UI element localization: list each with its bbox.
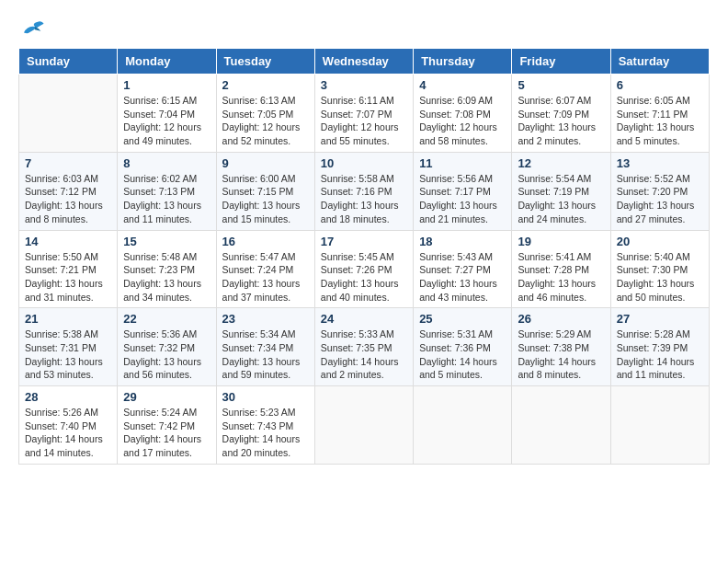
calendar-cell: 22Sunrise: 5:36 AMSunset: 7:32 PMDayligh… — [118, 308, 216, 386]
calendar-cell: 7Sunrise: 6:03 AMSunset: 7:12 PMDaylight… — [19, 152, 118, 230]
calendar-header-thursday: Thursday — [414, 49, 512, 75]
calendar-cell: 2Sunrise: 6:13 AMSunset: 7:05 PMDaylight… — [216, 75, 314, 153]
logo — [18, 18, 46, 39]
day-number: 15 — [123, 235, 210, 248]
day-info: Sunrise: 5:28 AMSunset: 7:39 PMDaylight:… — [617, 327, 703, 382]
day-info: Sunrise: 5:50 AMSunset: 7:21 PMDaylight:… — [25, 250, 111, 304]
calendar-cell: 13Sunrise: 5:52 AMSunset: 7:20 PMDayligh… — [610, 152, 709, 230]
day-info: Sunrise: 6:09 AMSunset: 7:08 PMDaylight:… — [419, 94, 506, 148]
day-info: Sunrise: 5:43 AMSunset: 7:27 PMDaylight:… — [419, 250, 506, 304]
calendar-header-friday: Friday — [512, 49, 610, 75]
calendar-cell — [314, 386, 413, 465]
day-number: 11 — [419, 156, 506, 170]
calendar-table: SundayMondayTuesdayWednesdayThursdayFrid… — [18, 48, 710, 465]
day-info: Sunrise: 5:54 AMSunset: 7:19 PMDaylight:… — [518, 172, 604, 226]
day-info: Sunrise: 6:05 AMSunset: 7:11 PMDaylight:… — [617, 94, 703, 148]
day-number: 12 — [518, 156, 604, 170]
calendar-cell: 26Sunrise: 5:29 AMSunset: 7:38 PMDayligh… — [512, 308, 610, 386]
day-info: Sunrise: 6:00 AMSunset: 7:15 PMDaylight:… — [222, 172, 309, 226]
calendar-cell: 11Sunrise: 5:56 AMSunset: 7:17 PMDayligh… — [414, 152, 512, 230]
day-number: 19 — [518, 235, 604, 248]
page-header — [18, 18, 710, 39]
calendar-cell: 5Sunrise: 6:07 AMSunset: 7:09 PMDaylight… — [512, 75, 610, 153]
day-number: 14 — [25, 235, 111, 248]
day-number: 26 — [518, 312, 604, 326]
calendar-cell: 20Sunrise: 5:40 AMSunset: 7:30 PMDayligh… — [610, 230, 709, 308]
logo-bird-icon — [20, 18, 46, 39]
calendar-week-row: 7Sunrise: 6:03 AMSunset: 7:12 PMDaylight… — [19, 152, 710, 230]
day-number: 27 — [617, 312, 703, 326]
day-info: Sunrise: 6:15 AMSunset: 7:04 PMDaylight:… — [123, 94, 210, 148]
calendar-cell: 8Sunrise: 6:02 AMSunset: 7:13 PMDaylight… — [118, 152, 216, 230]
day-number: 23 — [222, 312, 309, 326]
day-number: 2 — [222, 78, 309, 92]
day-number: 4 — [419, 78, 506, 92]
calendar-week-row: 28Sunrise: 5:26 AMSunset: 7:40 PMDayligh… — [19, 386, 710, 465]
day-number: 13 — [617, 156, 703, 170]
day-info: Sunrise: 6:03 AMSunset: 7:12 PMDaylight:… — [25, 172, 111, 226]
day-info: Sunrise: 5:52 AMSunset: 7:20 PMDaylight:… — [617, 172, 703, 226]
day-info: Sunrise: 6:02 AMSunset: 7:13 PMDaylight:… — [123, 172, 210, 226]
day-number: 24 — [321, 312, 407, 326]
day-info: Sunrise: 6:07 AMSunset: 7:09 PMDaylight:… — [518, 94, 604, 148]
calendar-header-sunday: Sunday — [19, 49, 118, 75]
calendar-cell: 10Sunrise: 5:58 AMSunset: 7:16 PMDayligh… — [314, 152, 413, 230]
day-number: 25 — [419, 312, 506, 326]
day-number: 3 — [321, 78, 407, 92]
calendar-cell: 18Sunrise: 5:43 AMSunset: 7:27 PMDayligh… — [414, 230, 512, 308]
day-number: 30 — [222, 390, 309, 404]
calendar-cell: 27Sunrise: 5:28 AMSunset: 7:39 PMDayligh… — [610, 308, 709, 386]
calendar-cell: 28Sunrise: 5:26 AMSunset: 7:40 PMDayligh… — [19, 386, 118, 465]
day-info: Sunrise: 5:48 AMSunset: 7:23 PMDaylight:… — [123, 250, 210, 304]
calendar-week-row: 1Sunrise: 6:15 AMSunset: 7:04 PMDaylight… — [19, 75, 710, 153]
calendar-cell: 21Sunrise: 5:38 AMSunset: 7:31 PMDayligh… — [19, 308, 118, 386]
day-info: Sunrise: 5:41 AMSunset: 7:28 PMDaylight:… — [518, 250, 604, 304]
day-number: 5 — [518, 78, 604, 92]
calendar-week-row: 14Sunrise: 5:50 AMSunset: 7:21 PMDayligh… — [19, 230, 710, 308]
calendar-cell: 29Sunrise: 5:24 AMSunset: 7:42 PMDayligh… — [118, 386, 216, 465]
calendar-header-monday: Monday — [118, 49, 216, 75]
day-info: Sunrise: 5:31 AMSunset: 7:36 PMDaylight:… — [419, 327, 506, 382]
calendar-header-wednesday: Wednesday — [314, 49, 413, 75]
calendar-cell: 23Sunrise: 5:34 AMSunset: 7:34 PMDayligh… — [216, 308, 314, 386]
day-number: 28 — [25, 390, 111, 404]
day-number: 6 — [617, 78, 703, 92]
calendar-cell: 15Sunrise: 5:48 AMSunset: 7:23 PMDayligh… — [118, 230, 216, 308]
calendar-cell — [512, 386, 610, 465]
calendar-cell: 16Sunrise: 5:47 AMSunset: 7:24 PMDayligh… — [216, 230, 314, 308]
day-info: Sunrise: 5:40 AMSunset: 7:30 PMDaylight:… — [617, 250, 703, 304]
calendar-cell: 4Sunrise: 6:09 AMSunset: 7:08 PMDaylight… — [414, 75, 512, 153]
day-info: Sunrise: 5:29 AMSunset: 7:38 PMDaylight:… — [518, 327, 604, 382]
calendar-cell: 12Sunrise: 5:54 AMSunset: 7:19 PMDayligh… — [512, 152, 610, 230]
day-number: 22 — [123, 312, 210, 326]
calendar-cell: 9Sunrise: 6:00 AMSunset: 7:15 PMDaylight… — [216, 152, 314, 230]
calendar-cell: 24Sunrise: 5:33 AMSunset: 7:35 PMDayligh… — [314, 308, 413, 386]
day-info: Sunrise: 5:45 AMSunset: 7:26 PMDaylight:… — [321, 250, 407, 304]
day-info: Sunrise: 6:11 AMSunset: 7:07 PMDaylight:… — [321, 94, 407, 148]
calendar-cell: 25Sunrise: 5:31 AMSunset: 7:36 PMDayligh… — [414, 308, 512, 386]
day-number: 9 — [222, 156, 309, 170]
calendar-cell: 14Sunrise: 5:50 AMSunset: 7:21 PMDayligh… — [19, 230, 118, 308]
day-info: Sunrise: 5:47 AMSunset: 7:24 PMDaylight:… — [222, 250, 309, 304]
calendar-cell: 30Sunrise: 5:23 AMSunset: 7:43 PMDayligh… — [216, 386, 314, 465]
day-info: Sunrise: 6:13 AMSunset: 7:05 PMDaylight:… — [222, 94, 309, 148]
calendar-header-saturday: Saturday — [610, 49, 709, 75]
calendar-header-tuesday: Tuesday — [216, 49, 314, 75]
calendar-week-row: 21Sunrise: 5:38 AMSunset: 7:31 PMDayligh… — [19, 308, 710, 386]
day-info: Sunrise: 5:56 AMSunset: 7:17 PMDaylight:… — [419, 172, 506, 226]
day-number: 29 — [123, 390, 210, 404]
day-info: Sunrise: 5:38 AMSunset: 7:31 PMDaylight:… — [25, 327, 111, 382]
day-number: 8 — [123, 156, 210, 170]
day-number: 18 — [419, 235, 506, 248]
calendar-cell — [414, 386, 512, 465]
day-number: 16 — [222, 235, 309, 248]
day-info: Sunrise: 5:24 AMSunset: 7:42 PMDaylight:… — [123, 406, 210, 460]
calendar-cell — [19, 75, 118, 153]
day-number: 7 — [25, 156, 111, 170]
day-info: Sunrise: 5:58 AMSunset: 7:16 PMDaylight:… — [321, 172, 407, 226]
calendar-cell: 1Sunrise: 6:15 AMSunset: 7:04 PMDaylight… — [118, 75, 216, 153]
day-number: 17 — [321, 235, 407, 248]
calendar-cell: 19Sunrise: 5:41 AMSunset: 7:28 PMDayligh… — [512, 230, 610, 308]
day-number: 10 — [321, 156, 407, 170]
day-number: 1 — [123, 78, 210, 92]
